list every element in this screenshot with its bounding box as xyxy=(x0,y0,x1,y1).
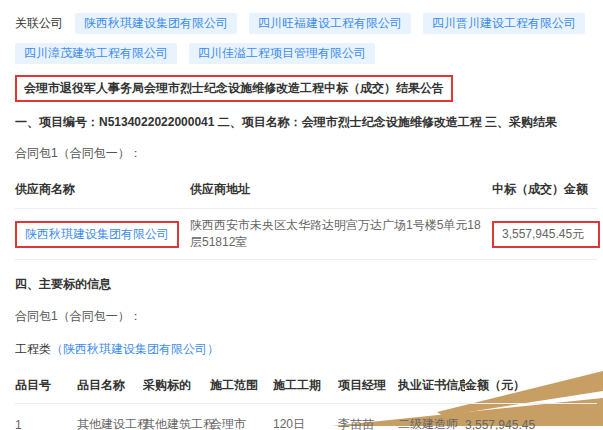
category-line: 工程类（陕西秋琪建设集团有限公司） xyxy=(15,341,597,358)
detail-table-header-row: 品目号 品目名称 采购标的 施工范围 施工工期 项目经理 执业证书信息 金额（元… xyxy=(15,368,597,404)
bid-detail-table: 品目号 品目名称 采购标的 施工范围 施工工期 项目经理 执业证书信息 金额（元… xyxy=(15,368,597,430)
winning-amount: 3,557,945.45元 xyxy=(492,221,600,248)
construction-period-header: 施工工期 xyxy=(273,368,338,404)
related-company-tag[interactable]: 四川漳茂建筑工程有限公司 xyxy=(15,43,177,64)
related-companies-label: 关联公司 xyxy=(15,15,63,32)
supplier-address-header: 供应商地址 xyxy=(190,171,492,209)
procurement-target-cell: 其他建筑工程 xyxy=(143,404,210,430)
item-no-header: 品目号 xyxy=(15,368,77,404)
winning-supplier-link[interactable]: 陕西秋琪建设集团有限公司 xyxy=(15,221,179,248)
detail-table-row: 1 其他建设工程 其他建筑工程 会理市 120日 李苗苗 二级建造师 3,557… xyxy=(15,404,597,430)
related-companies-row: 关联公司 陕西秋琪建设集团有限公司 四川旺福建设工程有限公司 四川晋川建设工程有… xyxy=(15,13,597,64)
related-company-tag[interactable]: 四川晋川建设工程有限公司 xyxy=(423,13,585,34)
amount-header: 金额（元） xyxy=(465,368,597,404)
item-no-cell: 1 xyxy=(15,404,77,430)
item-name-cell: 其他建设工程 xyxy=(77,404,143,430)
bid-amount-header: 中标（成交）金额 xyxy=(492,171,597,209)
contract-package-line: 合同包1（合同包一）： xyxy=(15,145,597,162)
amount-cell: 3,557,945.45 xyxy=(465,404,597,430)
related-company-tag[interactable]: 四川旺福建设工程有限公司 xyxy=(249,13,411,34)
supplier-result-table: 供应商名称 供应商地址 中标（成交）金额 陕西秋琪建设集团有限公司 陕西西安市未… xyxy=(15,171,597,260)
construction-scope-cell: 会理市 xyxy=(210,404,273,430)
related-company-tag[interactable]: 四川佳溢工程项目管理有限公司 xyxy=(189,43,375,64)
announcement-title: 会理市退役军人事务局会理市烈士纪念设施维修改造工程中标（成交）结果公告 xyxy=(24,81,444,95)
category-label: 工程类 xyxy=(15,342,51,356)
license-info-header: 执业证书信息 xyxy=(398,368,465,404)
main-bid-info-heading: 四、主要标的信息 xyxy=(15,276,597,293)
related-company-tag[interactable]: 陕西秋琪建设集团有限公司 xyxy=(75,13,237,34)
construction-period-cell: 120日 xyxy=(273,404,338,430)
construction-scope-header: 施工范围 xyxy=(210,368,273,404)
project-meta-line: 一、项目编号：N5134022022000041 二、项目名称：会理市烈士纪念设… xyxy=(15,115,597,130)
supplier-name-header: 供应商名称 xyxy=(15,171,190,209)
procurement-target-header: 采购标的 xyxy=(143,368,210,404)
supplier-table-header-row: 供应商名称 供应商地址 中标（成交）金额 xyxy=(15,171,597,209)
supplier-table-row: 陕西秋琪建设集团有限公司 陕西西安市未央区太华路达明宫万达广场1号楼5单元18层… xyxy=(15,209,597,260)
license-info-cell: 二级建造师 xyxy=(398,404,465,430)
project-manager-header: 项目经理 xyxy=(338,368,398,404)
item-name-header: 品目名称 xyxy=(77,368,143,404)
contract-package-line-2: 合同包1（合同包一）： xyxy=(15,308,597,325)
supplier-address: 陕西西安市未央区太华路达明宫万达广场1号楼5单元18层51812室 xyxy=(190,209,492,260)
announcement-title-highlight-box: 会理市退役军人事务局会理市烈士纪念设施维修改造工程中标（成交）结果公告 xyxy=(15,75,453,102)
announcement-page: 关联公司 陕西秋琪建设集团有限公司 四川旺福建设工程有限公司 四川晋川建设工程有… xyxy=(0,0,603,430)
project-manager-cell: 李苗苗 xyxy=(338,404,398,430)
category-company-link[interactable]: （陕西秋琪建设集团有限公司） xyxy=(51,342,219,356)
page-content: 关联公司 陕西秋琪建设集团有限公司 四川旺福建设工程有限公司 四川晋川建设工程有… xyxy=(0,0,603,430)
